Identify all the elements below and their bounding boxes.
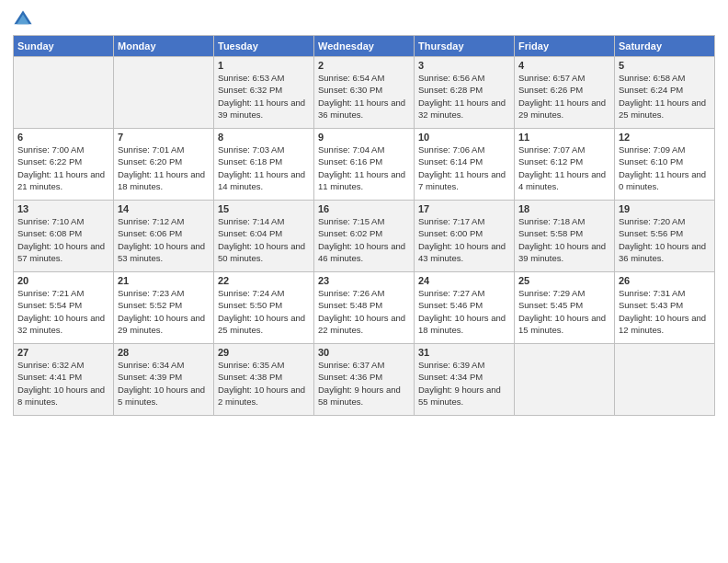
header	[13, 9, 715, 29]
day-number: 30	[318, 347, 410, 358]
column-header-tuesday: Tuesday	[214, 36, 314, 57]
day-info-line: Sunrise: 7:31 AM	[619, 287, 711, 299]
day-info-line: Sunrise: 7:03 AM	[218, 144, 310, 155]
day-info-line: Sunset: 6:14 PM	[418, 155, 510, 167]
calendar-cell: 6Sunrise: 7:00 AMSunset: 6:22 PMDaylight…	[14, 129, 114, 201]
day-number: 11	[518, 132, 610, 143]
day-info-line: Sunrise: 7:00 AM	[17, 144, 109, 155]
day-info-line: Daylight: 11 hours and 11 minutes.	[318, 168, 410, 193]
day-info-line: Sunset: 6:20 PM	[118, 155, 210, 167]
day-number: 6	[17, 132, 109, 143]
day-number: 23	[318, 275, 410, 286]
calendar-cell: 21Sunrise: 7:23 AMSunset: 5:52 PMDayligh…	[114, 272, 214, 344]
calendar-cell: 27Sunrise: 6:32 AMSunset: 4:41 PMDayligh…	[14, 344, 114, 416]
day-info-line: Daylight: 11 hours and 32 minutes.	[418, 97, 510, 121]
calendar-cell: 18Sunrise: 7:18 AMSunset: 5:58 PMDayligh…	[515, 201, 615, 272]
day-info-line: Sunrise: 6:39 AM	[418, 359, 510, 371]
day-info-line: Daylight: 10 hours and 8 minutes.	[17, 384, 109, 408]
day-info-line: Sunrise: 7:06 AM	[418, 144, 510, 155]
column-header-monday: Monday	[114, 36, 214, 57]
day-info-line: Sunrise: 7:24 AM	[218, 287, 310, 299]
calendar-cell	[114, 57, 214, 129]
day-info-line: Daylight: 10 hours and 39 minutes.	[518, 240, 610, 265]
calendar-cell: 7Sunrise: 7:01 AMSunset: 6:20 PMDaylight…	[114, 129, 214, 201]
day-info-line: Sunset: 6:32 PM	[218, 84, 310, 96]
day-number: 17	[418, 203, 510, 214]
calendar-cell: 12Sunrise: 7:09 AMSunset: 6:10 PMDayligh…	[615, 129, 715, 201]
day-info-line: Sunset: 5:50 PM	[218, 299, 310, 311]
day-number: 19	[619, 203, 711, 214]
day-info-line: Daylight: 11 hours and 14 minutes.	[218, 168, 310, 193]
day-number: 9	[318, 132, 410, 143]
calendar-cell: 29Sunrise: 6:35 AMSunset: 4:38 PMDayligh…	[214, 344, 314, 416]
week-row-2: 6Sunrise: 7:00 AMSunset: 6:22 PMDaylight…	[14, 129, 715, 201]
day-info-line: Sunrise: 6:35 AM	[218, 359, 310, 371]
day-number: 8	[218, 132, 310, 143]
day-info-line: Daylight: 11 hours and 25 minutes.	[619, 97, 711, 121]
calendar-cell: 17Sunrise: 7:17 AMSunset: 6:00 PMDayligh…	[415, 201, 515, 272]
day-number: 31	[418, 347, 510, 358]
day-number: 13	[17, 203, 109, 214]
column-header-wednesday: Wednesday	[314, 36, 415, 57]
calendar-cell: 9Sunrise: 7:04 AMSunset: 6:16 PMDaylight…	[314, 129, 415, 201]
day-info-line: Sunset: 5:45 PM	[518, 299, 610, 311]
calendar-cell: 15Sunrise: 7:14 AMSunset: 6:04 PMDayligh…	[214, 201, 314, 272]
day-info-line: Sunset: 4:34 PM	[418, 371, 510, 383]
day-info-line: Daylight: 10 hours and 29 minutes.	[118, 312, 210, 337]
day-info-line: Daylight: 10 hours and 46 minutes.	[318, 240, 410, 265]
day-info-line: Daylight: 10 hours and 2 minutes.	[218, 384, 310, 408]
day-number: 21	[118, 275, 210, 286]
day-number: 2	[318, 60, 410, 71]
day-info-line: Sunset: 6:28 PM	[418, 84, 510, 96]
column-header-friday: Friday	[515, 36, 615, 57]
day-info-line: Sunrise: 7:12 AM	[118, 215, 210, 227]
day-info-line: Daylight: 10 hours and 12 minutes.	[619, 312, 711, 337]
calendar-cell: 4Sunrise: 6:57 AMSunset: 6:26 PMDaylight…	[515, 57, 615, 129]
logo	[13, 9, 35, 29]
week-row-4: 20Sunrise: 7:21 AMSunset: 5:54 PMDayligh…	[14, 272, 715, 344]
calendar-cell: 30Sunrise: 6:37 AMSunset: 4:36 PMDayligh…	[314, 344, 415, 416]
day-info-line: Sunrise: 6:53 AM	[218, 72, 310, 84]
day-info-line: Sunset: 4:38 PM	[218, 371, 310, 383]
day-number: 20	[17, 275, 109, 286]
day-info-line: Sunset: 5:48 PM	[318, 299, 410, 311]
day-info-line: Daylight: 10 hours and 18 minutes.	[418, 312, 510, 337]
calendar-cell: 20Sunrise: 7:21 AMSunset: 5:54 PMDayligh…	[14, 272, 114, 344]
page: SundayMondayTuesdayWednesdayThursdayFrid…	[0, 0, 728, 563]
day-info-line: Sunset: 6:06 PM	[118, 227, 210, 239]
day-info-line: Sunset: 6:26 PM	[518, 84, 610, 96]
day-info-line: Daylight: 11 hours and 4 minutes.	[518, 168, 610, 193]
day-info-line: Daylight: 10 hours and 25 minutes.	[218, 312, 310, 337]
day-info-line: Sunrise: 7:18 AM	[518, 215, 610, 227]
calendar-cell	[14, 57, 114, 129]
column-header-sunday: Sunday	[14, 36, 114, 57]
day-number: 10	[418, 132, 510, 143]
day-info-line: Sunrise: 7:07 AM	[518, 144, 610, 155]
day-info-line: Daylight: 10 hours and 32 minutes.	[17, 312, 109, 337]
calendar-cell: 3Sunrise: 6:56 AMSunset: 6:28 PMDaylight…	[415, 57, 515, 129]
calendar-cell: 24Sunrise: 7:27 AMSunset: 5:46 PMDayligh…	[415, 272, 515, 344]
calendar-cell: 19Sunrise: 7:20 AMSunset: 5:56 PMDayligh…	[615, 201, 715, 272]
week-row-1: 1Sunrise: 6:53 AMSunset: 6:32 PMDaylight…	[14, 57, 715, 129]
calendar-cell: 1Sunrise: 6:53 AMSunset: 6:32 PMDaylight…	[214, 57, 314, 129]
day-number: 3	[418, 60, 510, 71]
day-number: 12	[619, 132, 711, 143]
day-info-line: Sunset: 5:43 PM	[619, 299, 711, 311]
day-info-line: Sunset: 6:04 PM	[218, 227, 310, 239]
day-number: 25	[518, 275, 610, 286]
day-info-line: Sunset: 6:30 PM	[318, 84, 410, 96]
day-info-line: Sunrise: 7:09 AM	[619, 144, 711, 155]
day-info-line: Daylight: 10 hours and 50 minutes.	[218, 240, 310, 265]
calendar-cell: 8Sunrise: 7:03 AMSunset: 6:18 PMDaylight…	[214, 129, 314, 201]
day-number: 28	[118, 347, 210, 358]
day-info-line: Sunrise: 6:57 AM	[518, 72, 610, 84]
calendar-cell: 5Sunrise: 6:58 AMSunset: 6:24 PMDaylight…	[615, 57, 715, 129]
calendar-cell: 13Sunrise: 7:10 AMSunset: 6:08 PMDayligh…	[14, 201, 114, 272]
day-info-line: Sunset: 6:18 PM	[218, 155, 310, 167]
calendar-cell: 2Sunrise: 6:54 AMSunset: 6:30 PMDaylight…	[314, 57, 415, 129]
day-number: 15	[218, 203, 310, 214]
day-info-line: Daylight: 9 hours and 58 minutes.	[318, 384, 410, 408]
day-number: 4	[518, 60, 610, 71]
calendar-cell: 11Sunrise: 7:07 AMSunset: 6:12 PMDayligh…	[515, 129, 615, 201]
day-number: 18	[518, 203, 610, 214]
